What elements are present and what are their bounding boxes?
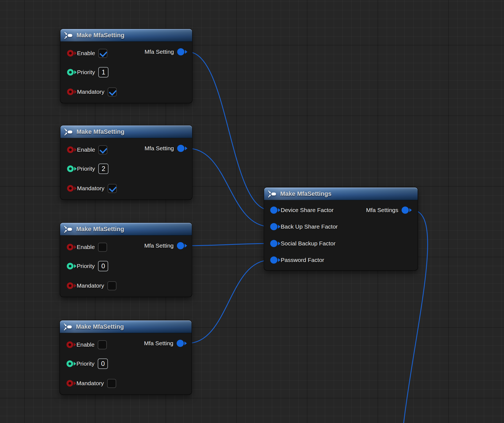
input-pin-priority[interactable] (67, 360, 73, 367)
node-make-mfa-setting-2[interactable]: Make MfaSetting Enable Priority 2 Mandat… (60, 125, 192, 199)
pin-row: Mfa Settings (264, 205, 418, 216)
input-pin-back-up-share-factor[interactable] (270, 223, 277, 230)
pin-row: Priority 2 (60, 163, 192, 174)
pin-row: Priority 0 (60, 261, 192, 272)
priority-value-field[interactable]: 1 (98, 67, 108, 77)
node-title-bar[interactable]: Make MfaSettings (264, 188, 418, 200)
pin-row: Mandatory (60, 183, 192, 194)
node-make-mfa-setting-1[interactable]: Make MfaSetting Enable Priority 1 Mandat… (60, 29, 192, 103)
pin-label: Mfa Setting (144, 340, 173, 347)
mandatory-checkbox[interactable] (108, 87, 117, 97)
make-struct-icon (64, 226, 73, 233)
wire-mfasetting4-to-password-factor[interactable] (187, 260, 270, 343)
pin-label: Mandatory (77, 282, 104, 289)
blueprint-graph-canvas[interactable]: Make MfaSetting Enable Priority 1 Mandat… (0, 0, 504, 423)
input-pin-priority[interactable] (67, 263, 73, 269)
pin-label: Mfa Setting (144, 242, 174, 249)
pin-label: Password Factor (281, 257, 324, 263)
pin-row: Mfa Setting (60, 46, 192, 57)
priority-value-field[interactable]: 2 (98, 164, 108, 174)
pin-label: Priority (76, 360, 94, 367)
output-pin-mfa-setting[interactable] (177, 340, 184, 347)
pin-label: Mfa Settings (366, 207, 398, 213)
node-title: Make MfaSetting (76, 323, 124, 330)
pin-label: Mfa Setting (145, 49, 174, 55)
priority-value-field[interactable]: 0 (98, 358, 108, 369)
pin-label: Priority (77, 165, 95, 172)
pin-label: Mandatory (77, 89, 104, 95)
pin-row: Social Backup Factor (264, 238, 418, 249)
node-title: Make MfaSetting (76, 128, 124, 135)
make-struct-icon (63, 323, 72, 330)
output-pin-mfa-settings[interactable] (402, 207, 409, 214)
make-struct-icon (64, 32, 73, 39)
input-pin-priority[interactable] (67, 69, 74, 76)
pin-row: Priority 0 (60, 358, 192, 369)
pin-label: Back Up Share Factor (281, 223, 338, 230)
input-pin-social-backup-factor[interactable] (270, 240, 277, 247)
make-struct-icon (64, 128, 73, 135)
mandatory-checkbox[interactable] (107, 379, 116, 388)
pin-row: Mandatory (60, 280, 192, 291)
pin-label: Social Backup Factor (281, 240, 335, 247)
pin-row: Mfa Setting (60, 338, 192, 349)
pin-row: Password Factor (264, 255, 418, 266)
input-pin-password-factor[interactable] (270, 256, 277, 264)
pin-label: Priority (77, 263, 95, 269)
pin-label: Mfa Setting (145, 145, 174, 152)
wire-mfasetting3-to-social-backup-factor[interactable] (188, 243, 270, 246)
priority-value-field[interactable]: 0 (98, 261, 108, 271)
node-title: Make MfaSetting (76, 32, 124, 39)
node-title-bar[interactable]: Make MfaSetting (60, 223, 192, 235)
pin-row: Priority 1 (60, 67, 192, 78)
node-title: Make MfaSettings (280, 190, 331, 197)
node-make-mfa-setting-3[interactable]: Make MfaSetting Enable Priority 0 Mandat… (60, 223, 192, 297)
pin-row: Mfa Setting (60, 240, 192, 251)
mandatory-checkbox[interactable] (108, 184, 117, 193)
pin-label: Priority (77, 69, 95, 76)
input-pin-mandatory[interactable] (67, 282, 73, 289)
node-title-bar[interactable]: Make MfaSetting (60, 320, 192, 333)
input-pin-mandatory[interactable] (67, 89, 74, 95)
input-pin-mandatory[interactable] (67, 380, 73, 387)
node-title-bar[interactable]: Make MfaSetting (60, 125, 192, 138)
node-title-bar[interactable]: Make MfaSetting (60, 29, 192, 42)
pin-row: Mfa Setting (60, 143, 192, 154)
input-pin-mandatory[interactable] (67, 185, 74, 192)
pin-row: Mandatory (60, 86, 192, 97)
pin-row: Mandatory (60, 378, 192, 389)
output-pin-mfa-setting[interactable] (177, 242, 184, 249)
wire-mfasetting2-to-backup-share-factor[interactable] (188, 148, 270, 227)
pin-label: Mandatory (77, 185, 104, 192)
pin-row: Back Up Share Factor (264, 221, 418, 232)
node-make-mfa-settings[interactable]: Make MfaSettings Device Share Factor Bac… (264, 188, 418, 270)
make-struct-icon (268, 191, 277, 197)
pin-label: Mandatory (76, 380, 104, 387)
output-pin-mfa-setting[interactable] (177, 48, 184, 55)
wire-mfasetting1-to-device-share-factor[interactable] (188, 52, 270, 210)
mandatory-checkbox[interactable] (107, 281, 116, 290)
output-pin-mfa-setting[interactable] (177, 145, 184, 152)
node-title: Make MfaSetting (76, 226, 124, 233)
node-make-mfa-setting-4[interactable]: Make MfaSetting Enable Priority 0 Mandat… (60, 320, 192, 394)
input-pin-priority[interactable] (67, 165, 74, 172)
